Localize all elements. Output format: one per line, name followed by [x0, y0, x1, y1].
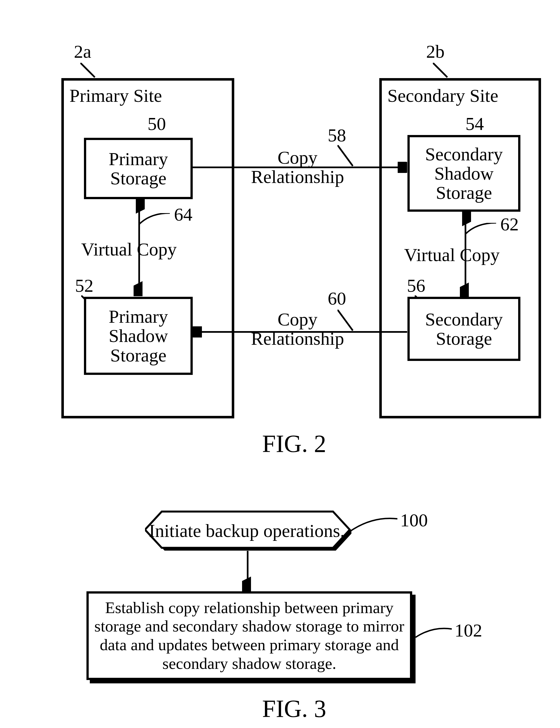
- ref-100: 100: [400, 510, 428, 530]
- ref-52: 52: [75, 276, 93, 295]
- primary-shadow-storage: Primary Shadow Storage: [84, 297, 193, 375]
- copy-rel-bot-label: Copy Relationship: [251, 310, 344, 348]
- svg-line-0: [80, 63, 95, 77]
- ref-2a: 2a: [74, 42, 91, 61]
- primary-site-title: Primary Site: [69, 85, 162, 106]
- primary-site: Primary Site 50 Primary Storage: [61, 78, 234, 418]
- ref-54: 54: [465, 114, 484, 133]
- ref-60: 60: [328, 289, 346, 308]
- ref-102: 102: [455, 621, 482, 640]
- primary-storage: Primary Storage: [84, 138, 193, 199]
- ref-58: 58: [328, 126, 346, 145]
- svg-line-9: [337, 310, 353, 331]
- fig3-caption: FIG. 3: [262, 695, 326, 723]
- ref-56: 56: [407, 276, 425, 295]
- secondary-storage-label: Secondary Storage: [425, 310, 503, 348]
- primary-storage-label: Primary Storage: [109, 149, 168, 188]
- tick-58: [337, 145, 360, 167]
- step-100: Initiate backup operations.: [145, 510, 351, 552]
- page: 2a 2b Primary Site 50 Primary Storage: [0, 0, 560, 728]
- tick-2b: [433, 63, 450, 79]
- step-100-label: Initiate backup operations.: [145, 521, 349, 540]
- secondary-shadow-storage: Secondary Shadow Storage: [407, 135, 520, 212]
- ref-62: 62: [500, 214, 519, 234]
- vcopy-label-right: Virtual Copy: [404, 245, 500, 264]
- ref-64: 64: [174, 205, 192, 224]
- ref-2b: 2b: [426, 42, 445, 61]
- secondary-site: Secondary Site 54 Secondary Shadow Stora…: [379, 78, 541, 418]
- ref-50: 50: [148, 114, 166, 133]
- vcopy-label-left: Virtual Copy: [81, 240, 177, 259]
- arrow-100-102: [242, 551, 253, 593]
- tick-64: [139, 213, 173, 230]
- tick-2a: [80, 63, 97, 79]
- tick-102: [416, 626, 452, 643]
- secondary-site-title: Secondary Site: [387, 85, 498, 106]
- svg-line-1: [433, 63, 447, 77]
- tick-100: [350, 516, 397, 536]
- secondary-storage: Secondary Storage: [407, 297, 520, 361]
- secondary-shadow-storage-label: Secondary Shadow Storage: [425, 144, 503, 203]
- svg-line-7: [337, 145, 353, 166]
- primary-shadow-storage-label: Primary Shadow Storage: [109, 307, 168, 365]
- copy-rel-top-label: Copy Relationship: [251, 148, 344, 187]
- step-102-label: Establish copy relationship between prim…: [94, 599, 404, 673]
- fig2-caption: FIG. 2: [262, 430, 326, 458]
- tick-62: [465, 223, 499, 240]
- step-102: Establish copy relationship between prim…: [86, 591, 416, 683]
- tick-60: [337, 310, 360, 332]
